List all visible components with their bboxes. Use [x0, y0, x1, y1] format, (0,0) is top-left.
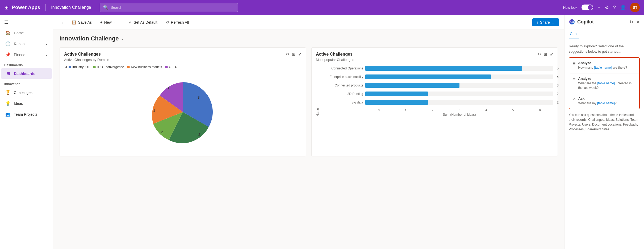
suggestion-2-type: Ask — [578, 97, 617, 101]
bar-expand-icon[interactable]: ⊞ — [544, 52, 547, 57]
dashboard-grid: Active Challenges ↻ ⊞ ⤢ Active Challenge… — [60, 47, 558, 156]
bar-track-4: 2 — [365, 100, 553, 105]
bar-fill-1 — [365, 74, 491, 79]
suggestion-0-icon: ≡ — [573, 61, 575, 66]
help-icon[interactable]: ? — [613, 5, 616, 10]
bar-row-3: 3D Printing 2 — [321, 92, 553, 96]
suggestion-2-icon: ○ — [573, 97, 576, 102]
new-chevron-icon: ⌄ — [113, 20, 116, 24]
copilot-refresh-icon[interactable]: ↻ — [630, 19, 633, 24]
legend-label-1: IT/OT convergence — [97, 65, 124, 69]
y-axis-label: Name — [316, 66, 320, 117]
suggestion-1-text: What are the [table name] I created in t… — [578, 81, 635, 90]
pie-expand-icon[interactable]: ⊞ — [292, 52, 295, 57]
copilot-intro: Ready to explore? Select one of the sugg… — [569, 44, 640, 54]
sidebar-dashboards-label: Dashboards — [14, 72, 35, 76]
topnav-right: New look + ⚙ ? 👤 ST — [563, 3, 640, 12]
apps-grid-icon[interactable]: ⊞ — [4, 4, 9, 11]
x-tick-2: 2 — [419, 109, 446, 112]
copilot-title-row: Co Copilot — [569, 19, 594, 25]
bar-card-icons: ↻ ⊞ ⤢ — [538, 52, 553, 57]
sidebar-item-dashboards[interactable]: ⊞ Dashboards — [1, 68, 52, 79]
pie-chart: 3 2 2 1 1 — [64, 72, 302, 152]
suggestion-1[interactable]: ≡ Analyze What are the [table name] I cr… — [569, 73, 639, 94]
copilot-footer-text: You can ask questions about these tables… — [569, 113, 638, 131]
sidebar-item-pinned[interactable]: 📌 Pinned ⌄ — [1, 49, 52, 60]
sidebar-item-ideas[interactable]: 💡 Ideas — [1, 98, 52, 109]
suggestion-1-type: Analyze — [578, 77, 635, 81]
suggestion-0-link[interactable]: [table name] — [594, 66, 612, 69]
legend-item-2: New business models — [127, 65, 162, 69]
toolbar: ‹ 📋 Save As + New ⌄ ✓ Set As Default ↻ R… — [53, 15, 564, 30]
pie-fullscreen-icon[interactable]: ⤢ — [298, 52, 302, 57]
x-tick-3: 3 — [446, 109, 473, 112]
current-app-name: Innovation Challenge — [51, 5, 91, 10]
set-as-default-button[interactable]: ✓ Set As Default — [126, 18, 161, 26]
suggestion-0-text-after: are there? — [612, 66, 627, 69]
copilot-title: Copilot — [577, 19, 594, 25]
bar-card-title: Active Challenges — [316, 52, 353, 57]
search-box[interactable]: 🔍 — [100, 3, 238, 12]
bar-fill-2 — [365, 83, 459, 88]
sidebar-item-team-projects[interactable]: 👥 Team Projects — [1, 109, 52, 119]
bar-fullscreen-icon[interactable]: ⤢ — [550, 52, 553, 57]
search-input[interactable] — [111, 5, 235, 10]
x-tick-1: 1 — [392, 109, 419, 112]
suggestion-2[interactable]: ○ Ask What are my [table name]? — [569, 93, 639, 109]
bar-fill-3 — [365, 92, 428, 96]
suggestion-0-type: Analyze — [578, 61, 627, 65]
legend-item-1: IT/OT convergence — [93, 65, 124, 69]
legend-prev-icon[interactable]: ◄ — [64, 65, 68, 69]
legend-item-0: Industry IOT — [69, 65, 90, 69]
sidebar-item-recent[interactable]: 🕐 Recent ⌄ — [1, 39, 52, 49]
new-look-label: New look — [563, 6, 577, 10]
set-as-default-label: Set As Default — [134, 20, 157, 24]
refresh-all-label: Refresh All — [171, 20, 189, 24]
suggestion-0[interactable]: ≡ Analyze How many [table name] are ther… — [569, 58, 639, 73]
sidebar-challenges-label: Challenges — [14, 90, 32, 95]
page-title-chevron-icon[interactable]: ⌄ — [121, 36, 124, 41]
new-button[interactable]: + New ⌄ — [97, 18, 119, 26]
sidebar-item-challenges[interactable]: 🏆 Challenges — [1, 87, 52, 98]
copilot-tab-chat[interactable]: Chat — [569, 29, 579, 39]
suggestion-0-content: Analyze How many [table name] are there? — [578, 61, 627, 70]
suggestion-1-text-before: What are the — [578, 81, 597, 85]
bar-track-3: 2 — [365, 92, 553, 96]
legend-dot-0 — [69, 66, 71, 68]
bar-value-1: 4 — [557, 74, 559, 79]
bar-refresh-icon[interactable]: ↻ — [538, 52, 541, 57]
pie-refresh-icon[interactable]: ↻ — [286, 52, 289, 57]
plus-icon[interactable]: + — [597, 5, 600, 10]
bar-track-1: 4 — [365, 74, 553, 79]
section-dashboards: Dashboards — [0, 60, 53, 68]
bar-fill-0 — [365, 66, 522, 71]
sidebar-hamburger[interactable]: ☰ — [0, 17, 53, 27]
toggle-knob — [588, 5, 593, 10]
share-button[interactable]: ↑ Share ⌄ — [532, 18, 559, 26]
copilot-close-icon[interactable]: ✕ — [636, 19, 640, 24]
recent-chevron-icon: ⌄ — [45, 42, 48, 45]
pie-card-title: Active Challenges — [64, 52, 101, 57]
share-label: Share — [540, 20, 550, 24]
refresh-all-button[interactable]: ↻ Refresh All — [163, 18, 192, 26]
svg-text:1: 1 — [168, 86, 170, 90]
back-button[interactable]: ‹ — [58, 19, 66, 26]
suggestion-2-link[interactable]: [table name] — [597, 101, 615, 105]
sidebar-item-home[interactable]: 🏠 Home — [1, 28, 52, 38]
avatar[interactable]: ST — [630, 3, 640, 12]
copilot-body: Ready to explore? Select one of the sugg… — [564, 39, 644, 249]
suggestion-1-link[interactable]: [table name] — [597, 81, 615, 85]
active-challenges-pie-card: Active Challenges ↻ ⊞ ⤢ Active Challenge… — [60, 47, 306, 156]
person-icon[interactable]: 👤 — [620, 5, 626, 10]
bar-chart-container: Name Connected Operations 5 Enterprise — [316, 66, 553, 117]
suggestion-1-icon: ≡ — [573, 77, 575, 82]
bar-row-4: Big data 2 — [321, 100, 553, 105]
back-icon: ‹ — [62, 20, 63, 24]
legend-label-0: Industry IOT — [72, 65, 90, 69]
settings-icon[interactable]: ⚙ — [605, 5, 609, 10]
save-as-button[interactable]: 📋 Save As — [68, 18, 95, 26]
pie-card-subtitle: Active Challenges by Domain — [64, 58, 302, 62]
legend-next-icon[interactable]: ► — [174, 65, 178, 69]
new-look-toggle[interactable] — [582, 5, 593, 10]
legend-dot-3 — [165, 66, 168, 68]
